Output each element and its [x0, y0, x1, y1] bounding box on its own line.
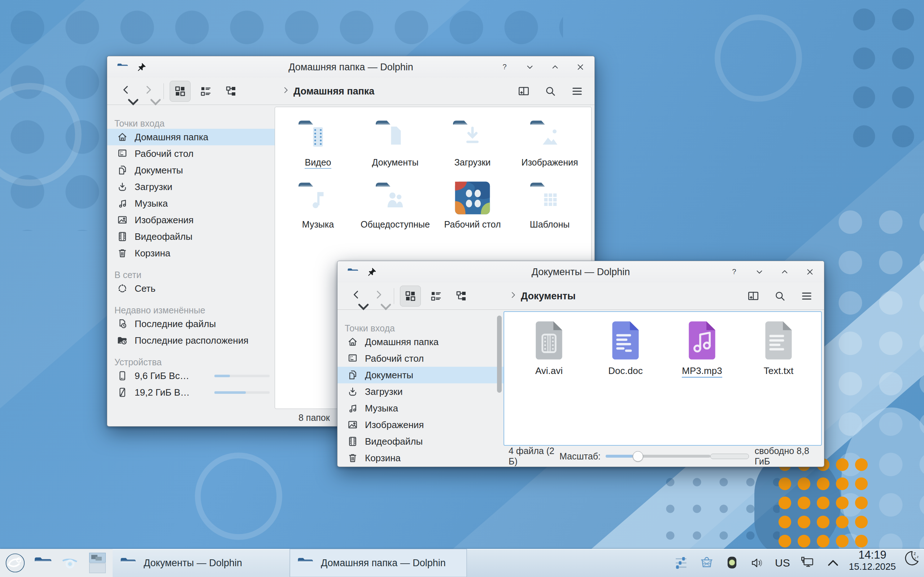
folder-item[interactable]: Общедоступные — [357, 178, 434, 240]
places-item[interactable]: 19,2 ГиБ Встроенный диск (nvme0… — [107, 384, 275, 401]
disk-usage-bar — [215, 375, 270, 377]
folder-item[interactable]: Шаблоны — [511, 178, 588, 240]
breadcrumb[interactable]: Домашняя папка — [281, 85, 374, 97]
digital-clock[interactable]: 14:19 15.12.2025 — [849, 549, 896, 577]
icons-view-button[interactable] — [170, 81, 191, 102]
folder-icon — [372, 178, 418, 218]
places-item[interactable]: Видеофайлы — [338, 433, 504, 450]
places-item-icon — [116, 318, 128, 330]
details-view-button[interactable] — [195, 81, 216, 102]
search-button[interactable] — [543, 83, 558, 99]
places-item[interactable]: Документы — [107, 162, 275, 179]
close-button[interactable] — [575, 62, 586, 73]
search-button[interactable] — [772, 288, 788, 304]
places-item[interactable]: Корзина — [338, 450, 504, 466]
close-button[interactable] — [804, 266, 815, 277]
places-item[interactable]: Последние расположения — [107, 332, 275, 349]
folder-item[interactable]: Изображения — [511, 116, 588, 178]
back-history-icon[interactable] — [127, 96, 133, 99]
forward-button[interactable] — [369, 288, 388, 304]
places-item[interactable]: Корзина — [107, 245, 275, 261]
file-item[interactable]: MP3.mp3 — [664, 318, 740, 387]
file-item[interactable]: Avi.avi — [511, 318, 587, 387]
volume-icon[interactable] — [749, 555, 765, 571]
forward-history-icon[interactable] — [149, 96, 155, 99]
places-item[interactable]: Музыка — [107, 195, 275, 212]
audio-mixer-icon[interactable] — [674, 555, 690, 571]
places-item[interactable]: Музыка — [338, 400, 504, 416]
svg-text:z: z — [914, 551, 916, 556]
places-item[interactable]: Последние файлы — [107, 316, 275, 332]
forward-button[interactable] — [139, 84, 158, 99]
webcam-indicator-icon[interactable] — [724, 555, 740, 571]
zoom-slider-handle[interactable] — [633, 451, 643, 462]
icons-view-button[interactable] — [400, 285, 421, 306]
split-view-button[interactable] — [745, 288, 761, 304]
split-view-button[interactable] — [516, 83, 531, 99]
back-history-icon[interactable] — [357, 301, 363, 304]
back-button[interactable] — [347, 288, 366, 304]
maximize-button[interactable] — [550, 62, 561, 73]
tree-view-button[interactable] — [221, 81, 241, 102]
system-tray: US — [674, 549, 843, 577]
places-panel: Точки входа Домашняя папка — [338, 310, 504, 467]
task-button[interactable]: Домашняя папка — Dolphin — [290, 549, 467, 577]
places-item[interactable]: Изображения — [338, 416, 504, 433]
folder-icon — [449, 116, 496, 155]
folder-item[interactable]: Рабочий стол — [434, 178, 511, 240]
file-item[interactable]: Doc.doc — [587, 318, 664, 387]
svg-text:z: z — [914, 556, 916, 560]
details-view-button[interactable] — [426, 286, 446, 306]
minimize-button[interactable] — [754, 266, 765, 277]
status-bar: 4 файла (2 Б) Масштаб: свободно 8,8 ГиБ — [504, 446, 824, 467]
launcher-browser-icon[interactable] — [58, 551, 82, 574]
back-button[interactable] — [116, 84, 135, 99]
places-item[interactable]: Загрузки — [107, 179, 275, 195]
file-view[interactable]: Avi.avi Doc.doc MP3.mp3 — [504, 311, 822, 446]
titlebar[interactable]: Домашняя папка — Dolphin ? — [107, 56, 594, 78]
keyboard-layout-indicator[interactable]: US — [775, 555, 790, 571]
places-item[interactable]: Изображения — [107, 212, 275, 228]
task-button[interactable]: Документы — Dolphin — [113, 549, 290, 577]
pin-icon[interactable] — [136, 62, 147, 73]
places-item[interactable]: 9,6 ГиБ Встроенный диск (nvme0n… — [107, 367, 275, 384]
places-item[interactable]: Домашняя папка — [107, 129, 275, 145]
tray-expander-icon[interactable] — [825, 555, 841, 571]
menu-button[interactable] — [569, 83, 585, 99]
folder-item[interactable]: Загрузки — [434, 116, 511, 178]
places-item[interactable]: Видеофайлы — [107, 228, 275, 245]
menu-button[interactable] — [799, 288, 815, 304]
launcher-dolphin-icon[interactable] — [31, 551, 54, 574]
places-item[interactable]: Рабочий стол — [107, 145, 275, 162]
folder-item[interactable]: Видео — [279, 116, 357, 178]
places-section-header: Точки входа — [107, 115, 275, 129]
breadcrumb[interactable]: Документы — [509, 290, 576, 302]
minimize-button[interactable] — [525, 62, 535, 73]
places-item[interactable]: Загрузки — [338, 384, 504, 400]
pin-icon[interactable] — [366, 266, 377, 277]
basket-icon[interactable] — [699, 555, 715, 571]
file-item[interactable]: Text.txt — [740, 318, 817, 387]
pager-widget[interactable] — [86, 551, 109, 574]
help-button[interactable]: ? — [729, 266, 740, 277]
places-item[interactable]: Сеть — [107, 280, 275, 297]
tree-view-button[interactable] — [451, 286, 472, 306]
places-item[interactable]: Рабочий стол — [338, 350, 504, 367]
maximize-button[interactable] — [779, 266, 790, 277]
places-item[interactable]: Домашняя папка — [338, 334, 504, 350]
places-item-icon — [116, 247, 128, 259]
places-scrollbar[interactable] — [497, 316, 502, 393]
help-button[interactable]: ? — [499, 62, 510, 73]
forward-history-icon[interactable] — [380, 301, 386, 304]
toolbar: Домашняя папка — [107, 78, 594, 105]
launcher-opensuse-icon[interactable] — [3, 551, 27, 574]
titlebar[interactable]: Документы — Dolphin ? — [338, 261, 824, 283]
folder-item[interactable]: Документы — [357, 116, 434, 178]
night-mode-icon[interactable]: zzz — [901, 549, 921, 568]
zoom-slider[interactable] — [606, 451, 710, 461]
folder-icon — [295, 178, 341, 218]
network-icon[interactable] — [800, 555, 816, 571]
svg-text:?: ? — [502, 63, 506, 71]
places-item[interactable]: Документы — [338, 367, 504, 384]
folder-item[interactable]: Музыка — [279, 178, 357, 240]
